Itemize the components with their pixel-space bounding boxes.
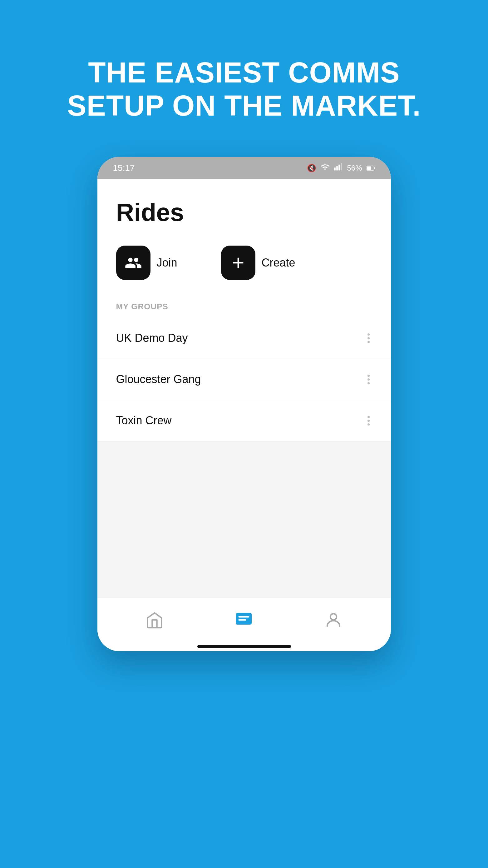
signal-icon — [334, 163, 343, 174]
svg-rect-0 — [334, 167, 336, 170]
bottom-nav — [97, 598, 391, 639]
create-label: Create — [262, 256, 295, 269]
dot — [367, 333, 370, 336]
svg-rect-1 — [336, 166, 338, 170]
nav-item-profile[interactable] — [308, 608, 358, 632]
dot — [367, 375, 370, 377]
group-item-1[interactable]: UK Demo Day — [97, 318, 391, 359]
join-action: Join — [116, 246, 177, 280]
svg-rect-5 — [367, 166, 371, 170]
nav-item-home[interactable] — [130, 608, 180, 632]
action-buttons: Join Create — [97, 239, 391, 296]
svg-rect-3 — [341, 163, 343, 170]
nav-item-messages[interactable] — [219, 608, 269, 632]
groups-list: UK Demo Day Gloucester Gang Toxin Crew — [97, 318, 391, 441]
join-button[interactable] — [116, 246, 151, 280]
svg-point-10 — [330, 614, 336, 620]
dot — [367, 378, 370, 380]
headline-line2: SETUP ON THE MARKET. — [67, 90, 421, 122]
svg-rect-9 — [238, 619, 246, 621]
svg-rect-8 — [238, 616, 250, 617]
group-name-3: Toxin Crew — [116, 414, 172, 427]
group-name-2: Gloucester Gang — [116, 373, 201, 386]
headline-line1: THE EASIEST COMMS — [88, 57, 400, 88]
dot — [367, 420, 370, 422]
group-more-2[interactable] — [365, 372, 372, 387]
status-bar: 15:17 🔇 56% — [97, 157, 391, 179]
page-title: Rides — [97, 179, 391, 239]
wifi-icon — [321, 163, 329, 174]
dot — [367, 382, 370, 384]
group-more-1[interactable] — [365, 331, 372, 346]
battery-icon — [366, 164, 375, 173]
group-name-1: UK Demo Day — [116, 332, 188, 345]
dot — [367, 416, 370, 418]
empty-area — [97, 441, 391, 598]
svg-rect-2 — [339, 164, 340, 170]
create-action: Create — [221, 246, 295, 280]
group-more-3[interactable] — [365, 413, 372, 428]
mute-icon: 🔇 — [307, 164, 316, 173]
group-item-3[interactable]: Toxin Crew — [97, 400, 391, 441]
app-content: Rides Join Create — [97, 179, 391, 651]
dot — [367, 423, 370, 426]
home-bar — [197, 645, 291, 648]
dot — [367, 337, 370, 339]
join-label: Join — [157, 256, 177, 269]
headline: THE EASIEST COMMS SETUP ON THE MARKET. — [67, 56, 421, 122]
svg-rect-6 — [375, 167, 375, 169]
profile-icon — [324, 611, 343, 629]
plus-icon — [229, 254, 247, 272]
my-groups-header: MY GROUPS — [97, 296, 391, 318]
group-item-2[interactable]: Gloucester Gang — [97, 359, 391, 400]
messages-icon — [234, 611, 253, 629]
status-icons: 🔇 56% — [307, 163, 375, 174]
home-icon — [145, 611, 164, 629]
phone-mockup: 15:17 🔇 56% — [97, 157, 391, 651]
status-time: 15:17 — [113, 163, 135, 173]
people-icon — [125, 254, 142, 272]
battery-text: 56% — [347, 164, 362, 173]
dot — [367, 341, 370, 343]
create-button[interactable] — [221, 246, 255, 280]
